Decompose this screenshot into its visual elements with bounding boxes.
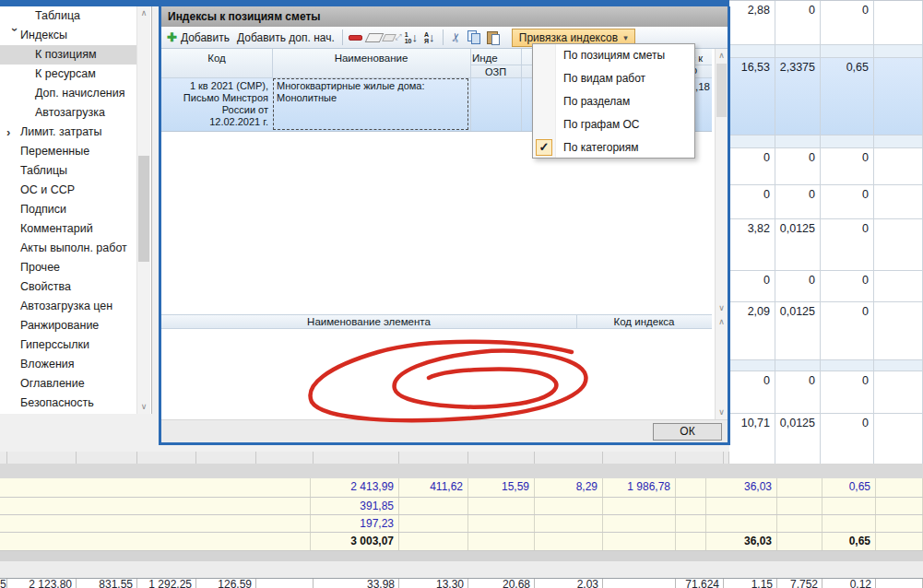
menu-item[interactable]: По позициям сметы bbox=[533, 44, 694, 67]
scroll-down-icon[interactable]: ∨ bbox=[716, 301, 728, 314]
totals-cell bbox=[676, 515, 706, 532]
sidebar-item-label: Оглавление bbox=[0, 374, 85, 394]
sidebar-item[interactable]: Прочее bbox=[0, 258, 151, 277]
sidebar-item[interactable]: К позициям bbox=[0, 45, 137, 65]
sidebar-item-label: Безопасность bbox=[0, 394, 94, 413]
sidebar-item-label: Автозагрузка цен bbox=[0, 297, 112, 316]
sidebar-item[interactable]: Таблицы bbox=[0, 161, 151, 181]
grid-cell: 2,88 bbox=[729, 1, 775, 44]
grid-cell bbox=[874, 1, 923, 44]
copy-button[interactable] bbox=[466, 29, 484, 46]
grid-cell bbox=[874, 148, 923, 184]
sidebar-item[interactable]: ›Индексы bbox=[0, 26, 151, 45]
sidebar-item[interactable]: Таблица bbox=[0, 6, 151, 26]
totals-cell bbox=[399, 515, 468, 532]
sidebar-item[interactable]: Гиперссылки bbox=[0, 335, 151, 355]
sidebar-item[interactable]: Оглавление bbox=[0, 374, 151, 394]
menu-item[interactable]: По разделам bbox=[533, 90, 694, 113]
sidebar-item-label: Доп. начисления bbox=[0, 84, 125, 103]
totals-cell: 36,03 bbox=[706, 533, 777, 550]
sort-numeric-button[interactable]: 110↓ bbox=[402, 29, 420, 46]
scroll-up-icon[interactable]: ∧ bbox=[716, 49, 728, 62]
grid-cell bbox=[676, 452, 724, 464]
sidebar-item[interactable]: Автозагрузка цен bbox=[0, 297, 151, 316]
totals-cell bbox=[777, 533, 822, 550]
checkmark-icon: ✓ bbox=[536, 139, 552, 156]
grid-cell bbox=[876, 579, 923, 588]
sidebar-item[interactable]: ›Лимит. затраты bbox=[0, 123, 151, 142]
column-ozp[interactable]: ОЗП bbox=[470, 66, 521, 77]
menu-item[interactable]: По графам ОС bbox=[533, 113, 694, 136]
menu-item[interactable]: По категориям bbox=[533, 136, 694, 159]
scrollbar-thumb[interactable] bbox=[716, 64, 727, 117]
sidebar-item[interactable]: Ранжирование bbox=[0, 316, 151, 335]
delete-button[interactable] bbox=[347, 29, 365, 46]
grid-cell bbox=[821, 135, 874, 147]
column-code[interactable]: Код bbox=[161, 53, 272, 64]
sidebar-item-label: К позициям bbox=[0, 45, 97, 65]
sidebar-scrollbar[interactable]: ∧ ∨ bbox=[136, 6, 150, 414]
sidebar-item-label: К ресурсам bbox=[0, 65, 96, 84]
grid-cell: 2,3375 bbox=[775, 58, 821, 135]
sidebar-item[interactable]: Акты выполн. работ bbox=[0, 239, 151, 258]
paste-button[interactable] bbox=[484, 29, 503, 46]
sidebar-item[interactable]: Свойства bbox=[0, 277, 151, 297]
grid-cell: 0 bbox=[821, 219, 874, 270]
add-extra-button[interactable]: Добавить доп. нач. bbox=[233, 29, 338, 46]
erase-button[interactable] bbox=[365, 29, 384, 46]
down-arrow-icon: ↓ bbox=[429, 31, 435, 43]
column-element-name[interactable]: Наименование элемента bbox=[161, 316, 576, 327]
minus-icon bbox=[349, 35, 362, 41]
menu-item-label: По позициям сметы bbox=[563, 49, 665, 62]
cut-button[interactable]: ✂ bbox=[447, 29, 466, 46]
grid-row: 000 bbox=[729, 371, 923, 414]
add-button[interactable]: ✚ Добавить bbox=[163, 29, 233, 46]
totals-cell: 197,23 bbox=[311, 515, 399, 532]
sidebar-item[interactable]: ОС и ССР bbox=[0, 181, 151, 200]
grid-cell: 0 bbox=[821, 302, 874, 359]
sort-alpha-button[interactable]: АЯ↓ bbox=[420, 29, 439, 46]
erase-all-button[interactable]: ⤢ bbox=[384, 29, 402, 46]
sidebar-item-label: Гиперссылки bbox=[0, 335, 89, 355]
grid-row: 2,8800 bbox=[729, 1, 923, 45]
grid-cell: 0 bbox=[775, 271, 821, 301]
column-name[interactable]: Наименование bbox=[272, 53, 470, 64]
elements-scrollbar[interactable]: ∧ ∨ bbox=[715, 314, 728, 419]
sidebar-item[interactable]: Переменные bbox=[0, 142, 151, 161]
totals-cell bbox=[777, 498, 822, 514]
menu-item[interactable]: По видам работ bbox=[533, 67, 694, 90]
sidebar-item[interactable]: Безопасность bbox=[0, 394, 151, 413]
ok-button[interactable]: ОК bbox=[653, 423, 722, 441]
grid-scrollbar[interactable]: ∧ ∨ bbox=[715, 49, 728, 314]
sidebar-item-label: Подписи bbox=[0, 200, 66, 219]
chevron-collapsed-icon[interactable]: › bbox=[6, 123, 18, 142]
grid-band-row bbox=[729, 45, 923, 58]
sidebar-item[interactable]: Подписи bbox=[0, 200, 151, 219]
scroll-down-icon[interactable]: ∨ bbox=[137, 400, 150, 414]
index-name-cell[interactable]: Многоквартирные жилые дома: Монолитные bbox=[273, 78, 468, 130]
sidebar-item[interactable]: Вложения bbox=[0, 355, 151, 374]
grid-cell: 0,12 bbox=[822, 579, 876, 588]
sidebar-item-label: Таблица bbox=[0, 6, 80, 26]
totals-cell bbox=[0, 498, 311, 514]
scrollbar-thumb[interactable] bbox=[138, 156, 149, 262]
totals-cell bbox=[876, 478, 923, 497]
grid-cell: 831,55 bbox=[77, 579, 137, 588]
scroll-down-icon[interactable]: ∨ bbox=[716, 406, 728, 418]
grid-cell: 0,0125 bbox=[775, 414, 821, 464]
sidebar-item[interactable]: К ресурсам bbox=[0, 65, 151, 84]
screen: 2,880016,532,33750,650000003,820,0125000… bbox=[0, 0, 923, 588]
scroll-up-icon[interactable]: ∧ bbox=[137, 6, 150, 20]
grid-line bbox=[470, 49, 471, 77]
sidebar-item[interactable]: Автозагрузка bbox=[0, 103, 151, 123]
dropdown-caret-icon: ▾ bbox=[623, 33, 628, 42]
grid-cell bbox=[874, 185, 923, 218]
column-index-code[interactable]: Код индекса bbox=[576, 316, 712, 327]
grid-line bbox=[470, 78, 471, 131]
sidebar-item[interactable]: Комментарий bbox=[0, 219, 151, 239]
scroll-up-icon[interactable]: ∧ bbox=[716, 315, 728, 328]
grid-cell bbox=[874, 371, 923, 413]
grid-cell: 0 bbox=[821, 371, 874, 413]
sidebar-item[interactable]: Доп. начисления bbox=[0, 84, 151, 103]
chevron-expanded-icon[interactable]: › bbox=[6, 28, 25, 39]
